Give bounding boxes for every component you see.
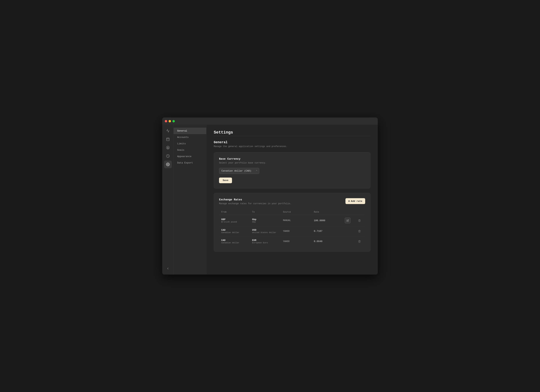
- to-cell-1: Gbp Gbp: [252, 218, 283, 223]
- to-name-3: European Euro: [252, 242, 283, 244]
- exchange-rates-table: From To Source Rate GBP British pound: [219, 209, 365, 246]
- to-code-2: USD: [252, 229, 283, 231]
- from-cell-1: GBP British pound: [221, 218, 252, 223]
- save-button[interactable]: Save: [219, 178, 232, 183]
- section-subtitle: Manage the general application settings …: [214, 145, 370, 148]
- crypto-nav-icon[interactable]: [164, 144, 172, 151]
- col-delete: [356, 211, 363, 213]
- from-cell-3: CAD Canadian dollar: [221, 239, 252, 244]
- maximize-button[interactable]: [172, 120, 175, 122]
- base-currency-card: Base Currency Select your portfolio base…: [214, 152, 370, 189]
- from-code-1: GBP: [221, 218, 252, 221]
- from-name-2: Canadian dollar: [221, 231, 252, 234]
- table-header: From To Source Rate: [219, 209, 365, 215]
- nav-item-limits[interactable]: Limits: [174, 140, 206, 147]
- main-content: Settings General Manage the general appl…: [206, 125, 378, 275]
- col-from: From: [221, 211, 252, 213]
- section-title: General: [214, 140, 370, 144]
- from-code-3: CAD: [221, 239, 252, 242]
- table-row: CAD Canadian dollar EUR European Euro YA…: [219, 236, 365, 246]
- table-row: GBP British pound Gbp Gbp MANUAL 100.000…: [219, 215, 365, 226]
- exchange-rates-header-text: Exchange Rates Manage exchange rates for…: [219, 198, 291, 205]
- from-code-2: CAD: [221, 229, 252, 231]
- from-cell-2: CAD Canadian dollar: [221, 229, 252, 234]
- source-cell-2: YAHOO: [283, 230, 314, 233]
- row-actions-1: [345, 218, 356, 223]
- page-title: Settings: [214, 130, 370, 135]
- icon-sidebar: [162, 125, 174, 275]
- nav-item-accounts[interactable]: Accounts: [174, 134, 206, 140]
- add-rate-button[interactable]: ⊕ Add rate: [345, 198, 365, 204]
- col-edit: [345, 211, 356, 213]
- col-source: Source: [283, 211, 314, 213]
- base-currency-subtitle: Select your portfolio base currency.: [219, 162, 365, 164]
- titlebar: [162, 117, 378, 125]
- delete-button-2[interactable]: [356, 230, 363, 233]
- svg-rect-0: [166, 138, 169, 141]
- nav-item-goals[interactable]: Goals: [174, 147, 206, 153]
- rate-cell-1: 100.0000: [314, 219, 345, 222]
- calendar-nav-icon[interactable]: [164, 135, 172, 143]
- nav-item-data-export[interactable]: Data Export: [174, 160, 206, 166]
- nav-item-general[interactable]: General: [174, 128, 206, 134]
- from-name-1: British pound: [221, 221, 252, 223]
- to-code-3: EUR: [252, 239, 283, 242]
- rate-cell-3: 0.6640: [314, 240, 345, 243]
- portfolio-nav-icon[interactable]: [164, 127, 172, 135]
- exchange-rates-title: Exchange Rates: [219, 198, 291, 201]
- svg-point-8: [167, 164, 168, 165]
- traffic-lights: [165, 120, 175, 122]
- settings-nav-icon[interactable]: [164, 161, 172, 168]
- source-cell-1: MANUAL: [283, 219, 314, 222]
- minimize-button[interactable]: [169, 120, 171, 122]
- to-name-1: Gbp: [252, 221, 283, 223]
- history-nav-icon[interactable]: [164, 152, 172, 160]
- nav-item-appearance[interactable]: Appearance: [174, 153, 206, 160]
- app-body: General Accounts Limits Goals Appearance…: [162, 125, 378, 275]
- to-cell-3: EUR European Euro: [252, 239, 283, 244]
- currency-select-wrapper: Canadian dollar (CAD) US dollar (USD) Eu…: [219, 168, 259, 174]
- col-rate: Rate: [314, 211, 345, 213]
- exchange-rates-header: Exchange Rates Manage exchange rates for…: [219, 198, 365, 205]
- add-rate-label: Add rate: [351, 200, 362, 203]
- exchange-rates-subtitle: Manage exchange rates for currencies in …: [219, 202, 291, 205]
- currency-select[interactable]: Canadian dollar (CAD) US dollar (USD) Eu…: [219, 168, 259, 174]
- to-name-2: United States dollar: [252, 231, 283, 234]
- table-row: CAD Canadian dollar USD United States do…: [219, 226, 365, 236]
- to-cell-2: USD United States dollar: [252, 229, 283, 234]
- plus-circle-icon: ⊕: [348, 200, 350, 203]
- section-divider: [214, 136, 370, 136]
- to-code-1: Gbp: [252, 218, 283, 221]
- delete-button-1[interactable]: [356, 219, 363, 222]
- rate-cell-2: 0.7187: [314, 230, 345, 233]
- delete-button-3[interactable]: [356, 240, 363, 243]
- base-currency-title: Base Currency: [219, 158, 365, 161]
- close-button[interactable]: [165, 120, 167, 122]
- collapse-sidebar-icon[interactable]: [164, 265, 172, 272]
- edit-button-1[interactable]: [345, 218, 350, 223]
- exchange-rates-card: Exchange Rates Manage exchange rates for…: [214, 193, 370, 252]
- nav-sidebar: General Accounts Limits Goals Appearance…: [174, 125, 206, 275]
- source-cell-3: YAHOO: [283, 240, 314, 243]
- from-name-3: Canadian dollar: [221, 242, 252, 244]
- app-window: General Accounts Limits Goals Appearance…: [162, 117, 378, 275]
- col-to: To: [252, 211, 283, 213]
